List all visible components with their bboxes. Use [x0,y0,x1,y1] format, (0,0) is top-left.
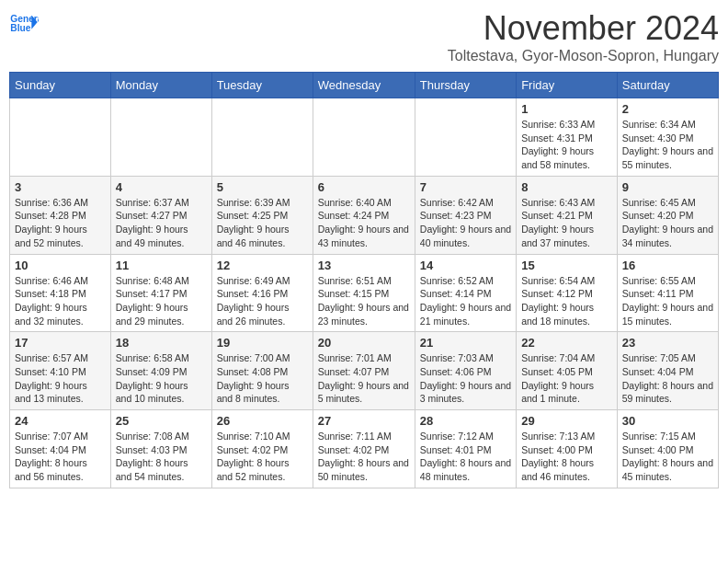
day-info: Sunrise: 6:42 AM Sunset: 4:23 PM Dayligh… [420,196,511,250]
day-number: 4 [116,180,207,194]
day-header-tuesday: Tuesday [211,73,313,98]
day-info: Sunrise: 7:07 AM Sunset: 4:04 PM Dayligh… [15,430,106,484]
calendar-cell [313,98,415,177]
day-number: 28 [420,414,511,428]
day-number: 1 [521,102,612,116]
calendar-cell: 6Sunrise: 6:40 AM Sunset: 4:24 PM Daylig… [313,176,415,254]
location-subtitle: Toltestava, Gyor-Moson-Sopron, Hungary [448,48,719,64]
calendar-cell: 1Sunrise: 6:33 AM Sunset: 4:31 PM Daylig… [517,98,618,177]
calendar-cell: 26Sunrise: 7:10 AM Sunset: 4:02 PM Dayli… [211,410,313,488]
day-number: 12 [217,259,308,272]
day-info: Sunrise: 6:40 AM Sunset: 4:24 PM Dayligh… [318,196,410,250]
day-info: Sunrise: 7:03 AM Sunset: 4:06 PM Dayligh… [420,351,511,406]
calendar-week-row: 3Sunrise: 6:36 AM Sunset: 4:28 PM Daylig… [10,176,719,254]
calendar-cell: 24Sunrise: 7:07 AM Sunset: 4:04 PM Dayli… [10,410,111,488]
logo-icon: General Blue [9,9,39,39]
calendar-cell: 17Sunrise: 6:57 AM Sunset: 4:10 PM Dayli… [10,332,111,410]
day-info: Sunrise: 7:01 AM Sunset: 4:07 PM Dayligh… [318,351,410,406]
day-number: 25 [116,414,207,428]
day-number: 27 [318,414,410,428]
day-info: Sunrise: 6:43 AM Sunset: 4:21 PM Dayligh… [521,196,612,250]
calendar-cell: 3Sunrise: 6:36 AM Sunset: 4:28 PM Daylig… [10,176,111,254]
calendar-cell: 25Sunrise: 7:08 AM Sunset: 4:03 PM Dayli… [110,410,211,488]
day-number: 3 [15,180,106,194]
calendar-cell: 12Sunrise: 6:49 AM Sunset: 4:16 PM Dayli… [211,254,313,332]
day-number: 21 [420,336,511,350]
day-header-monday: Monday [110,73,211,98]
day-number: 7 [420,180,511,194]
calendar-week-row: 17Sunrise: 6:57 AM Sunset: 4:10 PM Dayli… [10,332,719,410]
day-number: 22 [521,336,612,350]
calendar-cell: 28Sunrise: 7:12 AM Sunset: 4:01 PM Dayli… [415,410,516,488]
day-info: Sunrise: 6:54 AM Sunset: 4:12 PM Dayligh… [521,274,612,328]
day-info: Sunrise: 7:05 AM Sunset: 4:04 PM Dayligh… [622,351,713,406]
day-info: Sunrise: 6:57 AM Sunset: 4:10 PM Dayligh… [15,351,106,406]
day-number: 17 [15,336,106,350]
day-number: 5 [217,180,308,194]
day-number: 20 [318,336,410,350]
calendar-cell: 20Sunrise: 7:01 AM Sunset: 4:07 PM Dayli… [313,332,415,410]
day-number: 6 [318,180,410,194]
day-number: 14 [420,259,511,272]
calendar-cell: 22Sunrise: 7:04 AM Sunset: 4:05 PM Dayli… [517,332,618,410]
day-info: Sunrise: 7:10 AM Sunset: 4:02 PM Dayligh… [217,430,308,484]
day-info: Sunrise: 6:48 AM Sunset: 4:17 PM Dayligh… [116,274,207,328]
calendar-cell: 14Sunrise: 6:52 AM Sunset: 4:14 PM Dayli… [415,254,516,332]
calendar-cell [110,98,211,177]
day-info: Sunrise: 6:58 AM Sunset: 4:09 PM Dayligh… [116,351,207,406]
calendar-cell: 23Sunrise: 7:05 AM Sunset: 4:04 PM Dayli… [617,332,718,410]
day-header-friday: Friday [517,73,618,98]
day-number: 2 [622,102,713,116]
calendar-cell: 2Sunrise: 6:34 AM Sunset: 4:30 PM Daylig… [617,98,718,177]
day-info: Sunrise: 7:13 AM Sunset: 4:00 PM Dayligh… [521,430,612,484]
day-number: 15 [521,259,612,272]
day-info: Sunrise: 6:36 AM Sunset: 4:28 PM Dayligh… [15,196,106,250]
day-info: Sunrise: 6:39 AM Sunset: 4:25 PM Dayligh… [217,196,308,250]
calendar-cell: 9Sunrise: 6:45 AM Sunset: 4:20 PM Daylig… [617,176,718,254]
day-info: Sunrise: 6:49 AM Sunset: 4:16 PM Dayligh… [217,274,308,328]
calendar-cell: 27Sunrise: 7:11 AM Sunset: 4:02 PM Dayli… [313,410,415,488]
calendar-cell [415,98,516,177]
day-info: Sunrise: 6:33 AM Sunset: 4:31 PM Dayligh… [521,118,612,172]
day-info: Sunrise: 6:46 AM Sunset: 4:18 PM Dayligh… [15,274,106,328]
day-number: 16 [622,259,713,272]
page-header: General Blue November 2024 Toltestava, G… [9,9,719,64]
day-info: Sunrise: 7:11 AM Sunset: 4:02 PM Dayligh… [318,430,410,484]
svg-text:Blue: Blue [10,23,30,33]
day-info: Sunrise: 7:12 AM Sunset: 4:01 PM Dayligh… [420,430,511,484]
day-number: 30 [622,414,713,428]
calendar-table: SundayMondayTuesdayWednesdayThursdayFrid… [9,72,719,488]
calendar-cell: 7Sunrise: 6:42 AM Sunset: 4:23 PM Daylig… [415,176,516,254]
day-header-saturday: Saturday [617,73,718,98]
calendar-cell: 4Sunrise: 6:37 AM Sunset: 4:27 PM Daylig… [110,176,211,254]
day-number: 23 [622,336,713,350]
day-info: Sunrise: 7:00 AM Sunset: 4:08 PM Dayligh… [217,351,308,406]
day-number: 19 [217,336,308,350]
calendar-cell: 29Sunrise: 7:13 AM Sunset: 4:00 PM Dayli… [517,410,618,488]
day-number: 8 [521,180,612,194]
calendar-cell: 10Sunrise: 6:46 AM Sunset: 4:18 PM Dayli… [10,254,111,332]
day-header-thursday: Thursday [415,73,516,98]
calendar-cell [211,98,313,177]
day-number: 13 [318,259,410,272]
day-header-sunday: Sunday [10,73,111,98]
day-number: 9 [622,180,713,194]
day-number: 10 [15,259,106,272]
day-info: Sunrise: 7:08 AM Sunset: 4:03 PM Dayligh… [116,430,207,484]
day-header-wednesday: Wednesday [313,73,415,98]
day-number: 11 [116,259,207,272]
logo: General Blue [9,9,39,39]
calendar-cell: 30Sunrise: 7:15 AM Sunset: 4:00 PM Dayli… [617,410,718,488]
calendar-cell: 18Sunrise: 6:58 AM Sunset: 4:09 PM Dayli… [110,332,211,410]
calendar-week-row: 1Sunrise: 6:33 AM Sunset: 4:31 PM Daylig… [10,98,719,177]
calendar-cell: 21Sunrise: 7:03 AM Sunset: 4:06 PM Dayli… [415,332,516,410]
day-info: Sunrise: 6:45 AM Sunset: 4:20 PM Dayligh… [622,196,713,250]
day-info: Sunrise: 6:37 AM Sunset: 4:27 PM Dayligh… [116,196,207,250]
day-info: Sunrise: 6:51 AM Sunset: 4:15 PM Dayligh… [318,274,410,328]
calendar-cell: 5Sunrise: 6:39 AM Sunset: 4:25 PM Daylig… [211,176,313,254]
title-block: November 2024 Toltestava, Gyor-Moson-Sop… [448,9,719,64]
day-info: Sunrise: 6:34 AM Sunset: 4:30 PM Dayligh… [622,118,713,172]
day-number: 18 [116,336,207,350]
day-info: Sunrise: 7:15 AM Sunset: 4:00 PM Dayligh… [622,430,713,484]
calendar-week-row: 24Sunrise: 7:07 AM Sunset: 4:04 PM Dayli… [10,410,719,488]
